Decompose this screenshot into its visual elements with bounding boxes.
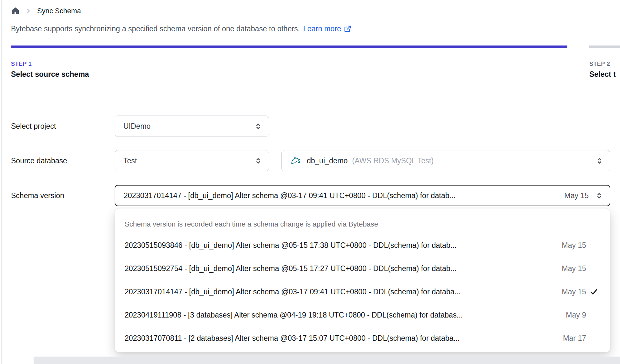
schema-version-option-selected[interactable]: 20230317014147 - [db_ui_demo] Alter sche… (115, 280, 610, 303)
chevron-updown-icon (595, 192, 603, 200)
option-text: 20230515093846 - [db_ui_demo] Alter sche… (125, 241, 555, 250)
mysql-icon (290, 155, 302, 167)
step1-label: STEP 1 (11, 61, 89, 67)
schema-version-label: Schema version (11, 185, 64, 206)
step2-label: STEP 2 (589, 61, 616, 67)
option-text: 20230515092754 - [db_ui_demo] Alter sche… (125, 264, 555, 273)
breadcrumb-title: Sync Schema (37, 7, 81, 15)
environment-select-value: Test (123, 157, 254, 165)
option-text: 20230317070811 - [2 databases] Alter sch… (125, 334, 555, 343)
chevron-updown-icon (254, 157, 262, 165)
schema-version-dropdown: Schema version is recorded each time a s… (115, 208, 610, 352)
source-database-label: Source database (11, 150, 67, 171)
breadcrumb: Sync Schema (11, 6, 81, 15)
sync-schema-page: Sync Schema Bytebase supports synchroniz… (0, 0, 620, 364)
schema-version-select-date: May 15 (564, 191, 589, 200)
database-select-annotation: (AWS RDS MySQL Test) (352, 157, 595, 165)
step1-progress-bar (11, 46, 567, 48)
chevron-updown-icon (254, 122, 262, 130)
project-select-value: UIDemo (123, 122, 254, 131)
page-description: Bytebase supports synchronizing a specif… (11, 25, 351, 33)
check-icon (586, 287, 602, 297)
database-select-value: db_ui_demo (307, 157, 348, 165)
project-select[interactable]: UIDemo (115, 116, 269, 137)
option-text: 20230317014147 - [db_ui_demo] Alter sche… (125, 288, 555, 296)
step2-progress-bar (589, 46, 620, 48)
bottom-gray-bar (34, 357, 620, 364)
schema-version-option[interactable]: 20230515092754 - [db_ui_demo] Alter sche… (115, 257, 610, 280)
dropdown-header: Schema version is recorded each time a s… (115, 218, 610, 234)
breadcrumb-chevron-icon (26, 8, 31, 14)
description-text: Bytebase supports synchronizing a specif… (11, 25, 300, 33)
schema-version-option[interactable]: 20230317070811 - [2 databases] Alter sch… (115, 327, 610, 350)
schema-version-select[interactable]: 20230317014147 - [db_ui_demo] Alter sche… (115, 185, 610, 206)
chevron-updown-icon (595, 157, 604, 165)
environment-select[interactable]: Test (115, 150, 269, 171)
schema-version-option[interactable]: 20230515093846 - [db_ui_demo] Alter sche… (115, 234, 610, 257)
external-link-icon (344, 25, 351, 33)
option-date: May 15 (555, 241, 586, 250)
option-date: May 15 (555, 288, 586, 296)
learn-more-label: Learn more (303, 25, 341, 33)
sidebar-divider (1, 0, 2, 364)
option-date: May 15 (555, 264, 586, 273)
database-select[interactable]: db_ui_demo (AWS RDS MySQL Test) (281, 150, 610, 171)
home-icon[interactable] (11, 6, 20, 15)
step2-header: STEP 2 Select t (589, 61, 616, 79)
step1-header: STEP 1 Select source schema (11, 61, 89, 79)
schema-version-select-value: 20230317014147 - [db_ui_demo] Alter sche… (124, 191, 559, 200)
learn-more-link[interactable]: Learn more (303, 25, 351, 33)
select-project-label: Select project (11, 116, 56, 137)
option-date: May 9 (555, 311, 586, 319)
schema-version-option[interactable]: 20230419111908 - [3 databases] Alter sch… (115, 303, 610, 327)
option-date: Mar 17 (555, 334, 586, 343)
step2-title: Select t (589, 70, 616, 79)
step1-title: Select source schema (11, 70, 89, 79)
option-text: 20230419111908 - [3 databases] Alter sch… (125, 311, 555, 319)
